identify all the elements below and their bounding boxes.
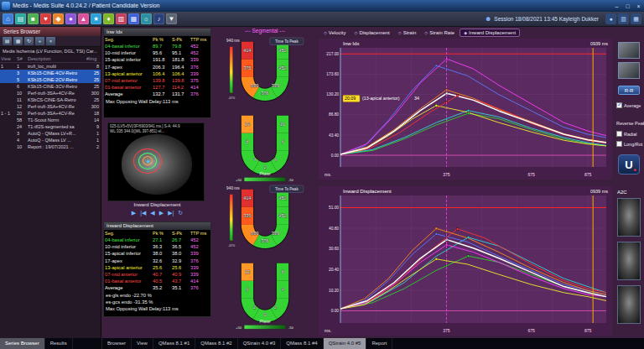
settings-icon[interactable]: ☼ [141, 13, 152, 24]
chart-view-button-1[interactable] [618, 42, 640, 59]
segment-row[interactable]: 04-basal inferior27.126.7452 [104, 237, 210, 243]
last-frame-button[interactable]: ▶| [168, 209, 174, 217]
segment-row[interactable]: 07-mid anterior40.740.9339 [104, 271, 210, 278]
graph-tab-inward-displacement[interactable]: ◆Inward Displacement [460, 29, 520, 37]
series-row[interactable]: 12Perf-trufi-3SA+4CV-Re300 [0, 103, 101, 110]
inw-idx-graph[interactable]: 217.00173.60130.2086.8043.400.00Inw Idx0… [319, 39, 612, 180]
column-header: Seg. [105, 36, 153, 43]
qflow-icon[interactable]: ◆ [53, 13, 64, 24]
loop-button[interactable]: ↻ [178, 209, 183, 217]
longrot-checkbox[interactable]: Long/Rot [616, 141, 642, 147]
notifications-icon[interactable]: ♪ [153, 13, 164, 24]
next-frame-button[interactable]: ▶ [159, 209, 164, 217]
svg-text:6: 6 [246, 287, 248, 292]
series-row[interactable]: 3KSb15-CINE-4CV-Retro25 [0, 70, 101, 76]
segment-row[interactable]: 13-apical anterior25.625.6339 [104, 264, 210, 271]
series-row[interactable]: 24T1-tfl2S-segmented sa9 [0, 123, 101, 130]
series-thumbnail-3[interactable] [617, 285, 641, 324]
series-viewer-icon[interactable]: ■ [28, 13, 39, 24]
segment-row[interactable]: 01-basal anterior127.7114.2414 [104, 84, 210, 91]
qtavi-icon[interactable]: ♦ [103, 13, 114, 24]
segment-row[interactable]: 01-basal anterior40.543.7414 [104, 278, 210, 284]
series-row[interactable]: 11KSbCS-CINE-SA-Retro25 [0, 96, 101, 103]
patient-browser-icon[interactable]: ⌂ [3, 13, 13, 24]
inward-displacement-ttp-map-svg[interactable]: 414339339376339452452940 ms-470Time To P… [211, 185, 319, 258]
series-row[interactable]: 3AutoQ - QMass LV+R...1 [0, 130, 101, 137]
refresh-icon[interactable]: ↻ [24, 37, 34, 45]
layout-icon[interactable]: ▦ [631, 13, 641, 24]
play-button[interactable]: ▶ [132, 209, 136, 217]
mri-viewer[interactable]: 025-[LV5+5V]/3F/6903/941 ms.] S-A: 44.9 … [107, 122, 205, 201]
app-tab-qstrain-4-0-5[interactable]: QStrain 4.0 #5 [324, 338, 367, 349]
table-cell: 07-mid anterior [105, 77, 153, 84]
export-icon[interactable]: ▦ [128, 13, 139, 24]
inw-idx-ttp-map-svg[interactable]: 414375339376339452452940 ms-470Time To P… [211, 37, 319, 111]
first-frame-button[interactable]: |◀ [140, 209, 146, 217]
remove-icon[interactable]: × [46, 37, 55, 45]
table-cell: 452 [190, 243, 211, 250]
inward-displacement-graph[interactable]: 51.0040.8030.6020.4010.200.00Inward Disp… [319, 186, 612, 336]
series-row[interactable]: 58T1-Scout Norm14 [0, 117, 101, 123]
series-row[interactable]: 5KSb15-CINE-2CV-Retro25 [0, 76, 101, 83]
longrot-checkbox-box[interactable] [616, 141, 622, 147]
segment-row[interactable]: 13-apical anterior106.4106.4339 [104, 70, 210, 77]
segment-row[interactable]: 07-mid anterior139.8139.8375 [104, 77, 210, 84]
inw-idx-phase-map-svg[interactable]: 148424610+50Phase-50 [211, 111, 319, 185]
minimize-button[interactable]: – [611, 2, 622, 11]
app-tab-qmass-8-1-4[interactable]: QMass 8.1 #4 [281, 338, 323, 349]
rr-interval-button[interactable]: R-R [618, 86, 640, 95]
app-tab-qmass-8-1-2[interactable]: QMass 8.1 #2 [195, 338, 237, 349]
series-cell: 24 [17, 123, 28, 130]
series-row[interactable]: 10Report : 19/07/2021 ...2 [0, 143, 101, 150]
chart-view-button-2[interactable] [618, 62, 640, 79]
radial-checkbox-box[interactable] [616, 131, 622, 137]
segment-row[interactable]: 15-apical inferior191.8181.8339 [104, 56, 210, 63]
graph-tab-velocity[interactable]: ◇Velocity [320, 29, 350, 36]
segment-row[interactable]: 17-apex206.3196.4376 [104, 64, 210, 70]
segment-row[interactable]: 17-apex32.632.9376 [104, 258, 210, 264]
segment-row[interactable]: 04-basal inferior89.779.8452 [104, 43, 210, 49]
series-thumbnail-1[interactable] [617, 198, 641, 237]
app-tab-browser[interactable]: Browser [102, 338, 132, 349]
q3d-icon[interactable]: ▲ [78, 13, 89, 24]
series-row[interactable]: 6KSb15-CINE-3CV-Retro25 [0, 83, 101, 90]
radial-checkbox[interactable]: Radial [616, 131, 637, 137]
add-icon[interactable]: + [35, 37, 44, 45]
snapshot-icon[interactable]: ● [605, 13, 616, 24]
segment-row[interactable]: 10-mid inferior36.336.5452 [104, 243, 210, 250]
average-checkbox-box[interactable] [616, 102, 622, 108]
segment-row[interactable]: 10-mid inferior95.695.1452 [104, 49, 210, 56]
series-thumbnail-2[interactable] [617, 242, 641, 280]
inward-displacement-phase-map-svg[interactable]: 12620248+50Phase-50 [211, 258, 319, 332]
series-row[interactable]: 10Perf-trufi-3SA+4CV-Re300 [0, 90, 101, 96]
qstrain-icon[interactable]: ● [65, 13, 76, 24]
series-row[interactable]: 11trufi_loc_multi8 [0, 63, 101, 70]
report-module-icon[interactable]: ▥ [116, 13, 127, 24]
graph-tab-strain[interactable]: ◇Strain [395, 29, 420, 36]
graph-tab-displacement[interactable]: ◇Displacement [351, 29, 393, 36]
grid-view-icon[interactable]: ▦ [13, 37, 23, 45]
average-checkbox[interactable]: Average [616, 102, 641, 108]
medis-logo-button[interactable]: U [618, 154, 640, 174]
app-tab-view[interactable]: View [132, 338, 153, 349]
qmass-icon[interactable]: ♥ [40, 13, 51, 24]
graph1-chart[interactable]: 217.00173.60130.2086.8043.400.00Inw Idx0… [319, 39, 612, 180]
prev-frame-button[interactable]: ◀ [150, 209, 154, 217]
series-row[interactable]: 4AutoQ - QMass LV ...1 [0, 137, 101, 143]
app-tab-report[interactable]: Report [366, 338, 392, 349]
app-tab-qmass-8-1-1[interactable]: QMass 8.1 #1 [153, 338, 195, 349]
segment-row[interactable]: 15-apical inferior38.038.0339 [104, 250, 210, 257]
close-button[interactable]: × [633, 2, 644, 11]
list-view-icon[interactable]: ▤ [3, 37, 12, 45]
panel-tab-series-browser[interactable]: Series Browser [0, 338, 45, 349]
study-list-icon[interactable]: ▤ [15, 13, 26, 24]
app-tab-qstrain-4-0-3[interactable]: QStrain 4.0 #3 [238, 338, 282, 349]
graph-tab-strain-rate[interactable]: ◇Strain Rate [421, 29, 458, 36]
more-icon[interactable]: ▼ [166, 13, 177, 24]
series-row[interactable]: 1 - 120Perf-trufi-3SA+4CV-Re18 [0, 110, 101, 117]
graph2-chart[interactable]: 51.0040.8030.6020.4010.200.00Inward Disp… [319, 186, 612, 336]
maximize-button[interactable]: □ [622, 2, 633, 11]
panel-tab-results[interactable]: Results [45, 338, 73, 349]
qangio-icon[interactable]: ★ [91, 13, 101, 24]
film-strip-icon[interactable]: ▥ [618, 13, 629, 24]
